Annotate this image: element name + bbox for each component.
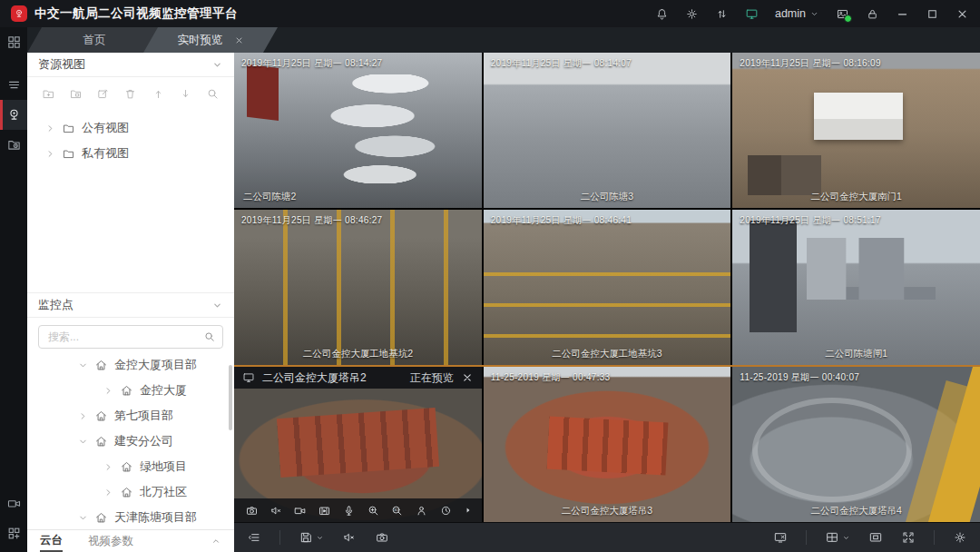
video-tile-2[interactable]: 2019年11月25日 星期一 08:14:07 二公司陈塘3 <box>484 53 731 208</box>
playback-icon[interactable] <box>0 130 27 160</box>
layout-select-button[interactable] <box>825 530 850 545</box>
add-layout-icon[interactable] <box>0 518 27 548</box>
camera-name-overlay: 二公司金控大厦工地基坑3 <box>484 348 731 360</box>
monitor-point-header[interactable]: 监控点 <box>27 293 234 318</box>
save-view-button[interactable] <box>299 530 324 545</box>
settings-icon[interactable] <box>953 530 967 545</box>
menu-icon[interactable] <box>0 70 27 100</box>
mute-icon[interactable] <box>270 504 283 518</box>
instant-playback-icon[interactable] <box>318 504 331 518</box>
video-tile-7-selected[interactable]: 二公司金控大厦塔吊2 正在预览 <box>234 367 482 522</box>
video-grid: 2019年11月25日 星期一 08:14:27 二公司陈塘2 2019年11月… <box>234 53 980 522</box>
search-icon[interactable] <box>206 87 220 101</box>
scale-icon[interactable] <box>868 530 883 545</box>
zoom-in-icon[interactable] <box>367 504 380 518</box>
tree-item-private-views[interactable]: 私有视图 <box>27 141 234 166</box>
timed-snapshot-icon[interactable] <box>439 504 453 518</box>
video-tile-4[interactable]: 2019年11月25日 星期一 08:46:27 二公司金控大厦工地基坑2 <box>234 210 482 365</box>
tree-item-site[interactable]: 金控大厦 <box>27 378 234 403</box>
chevron-right-icon[interactable] <box>45 149 55 159</box>
video-tile-3[interactable]: 2019年11月25日 星期一 08:16:09 二公司金控大厦南门1 <box>732 53 980 208</box>
tab-home[interactable]: 首页 <box>27 27 162 53</box>
chevron-right-icon[interactable] <box>45 123 55 133</box>
resource-view-header[interactable]: 资源视图 <box>27 53 234 77</box>
save-icon <box>299 530 313 545</box>
preset-icon[interactable] <box>415 504 428 518</box>
monitor-status-icon[interactable] <box>745 7 759 21</box>
zoom-3d-icon[interactable] <box>390 504 404 518</box>
tree-item-public-views[interactable]: 公有视图 <box>27 115 234 141</box>
tab-live-preview[interactable]: 实时预览 <box>143 27 278 53</box>
chevron-down-icon <box>211 300 223 311</box>
camera-name-overlay: 二公司陈塘3 <box>484 191 731 203</box>
move-down-icon[interactable] <box>179 87 192 101</box>
bell-icon[interactable] <box>655 7 669 21</box>
tab-video-params[interactable]: 视频参数 <box>88 530 133 552</box>
settings-icon[interactable] <box>685 7 699 21</box>
camera-name-overlay: 二公司陈塘闸1 <box>732 348 980 360</box>
close-all-icon[interactable] <box>773 530 788 545</box>
video-tile-6[interactable]: 2019年11月25日 星期一 08:51:17 二公司陈塘闸1 <box>732 210 980 365</box>
mic-icon[interactable] <box>342 504 356 518</box>
camera-name-overlay: 二公司金控大厦南门1 <box>732 191 980 203</box>
video-tile-1[interactable]: 2019年11月25日 星期一 08:14:27 二公司陈塘2 <box>234 53 482 208</box>
tree-item-label: 公有视图 <box>82 120 129 136</box>
add-group-icon[interactable] <box>42 87 55 101</box>
tab-ptz[interactable]: 云台 <box>40 530 63 552</box>
video-tile-9[interactable]: 11-25-2019 星期一 00:40:07 二公司金控大厦塔吊4 <box>732 367 980 522</box>
search-input[interactable] <box>38 325 223 349</box>
tree-item-site[interactable]: 金控大厦项目部 <box>27 352 234 378</box>
edit-icon[interactable] <box>96 87 110 101</box>
delete-icon[interactable] <box>123 87 137 101</box>
add-view-icon[interactable] <box>69 87 83 101</box>
tree-item-site[interactable]: 绿地项目 <box>27 454 234 479</box>
fullscreen-icon[interactable] <box>901 530 916 545</box>
bottom-toolbar-left <box>247 530 389 545</box>
video-wall-icon[interactable] <box>0 488 27 518</box>
chevron-right-icon[interactable] <box>103 462 113 472</box>
chevron-up-icon[interactable] <box>211 536 221 547</box>
chevron-right-icon[interactable] <box>78 411 88 421</box>
chevron-right-icon[interactable] <box>103 386 113 396</box>
lock-icon[interactable] <box>866 7 879 21</box>
video-tile-8[interactable]: 11-25-2019 星期一 00:47:33 二公司金控大厦塔吊3 <box>484 367 731 522</box>
tree-item-site[interactable]: 北万社区 <box>27 479 234 505</box>
snapshot-all-icon[interactable] <box>375 530 389 545</box>
tile-camera-title: 二公司金控大厦塔吊2 <box>262 370 367 386</box>
capture-status-icon[interactable] <box>836 7 849 21</box>
site-icon <box>94 409 108 423</box>
close-icon[interactable] <box>956 7 969 21</box>
username: admin <box>775 7 806 20</box>
record-icon[interactable] <box>293 504 307 518</box>
mute-all-icon[interactable] <box>342 530 357 545</box>
chevron-expanded-icon[interactable] <box>78 513 88 523</box>
minimize-icon[interactable] <box>896 7 909 21</box>
live-preview-icon[interactable] <box>0 100 27 130</box>
left-panel: 资源视图 公有视图 私有视图 监 <box>27 53 234 552</box>
stream-list-icon[interactable] <box>247 530 261 545</box>
move-up-icon[interactable] <box>152 87 165 101</box>
chevron-expanded-icon[interactable] <box>78 360 88 370</box>
user-menu[interactable]: admin <box>775 7 819 20</box>
divider <box>279 530 280 545</box>
close-tab-icon[interactable] <box>234 35 244 45</box>
sort-icon[interactable] <box>715 7 729 21</box>
bottom-toolbar <box>234 522 980 552</box>
site-icon <box>120 384 133 398</box>
snapshot-icon[interactable] <box>245 504 259 518</box>
scrollbar-thumb[interactable] <box>229 365 232 430</box>
video-tile-5[interactable]: 2019年11月25日 星期一 08:46:41 二公司金控大厦工地基坑3 <box>484 210 731 365</box>
chevron-expanded-icon[interactable] <box>78 437 88 447</box>
close-stream-icon[interactable] <box>461 371 474 384</box>
more-icon[interactable] <box>464 506 473 515</box>
tree-item-site[interactable]: 第七项目部 <box>27 403 234 429</box>
tree-item-site[interactable]: 建安分公司 <box>27 429 234 454</box>
timestamp-overlay: 2019年11月25日 星期一 08:51:17 <box>740 214 880 227</box>
preview-status: 正在预览 <box>410 370 454 386</box>
chevron-right-icon[interactable] <box>103 488 113 498</box>
selected-row-highlight <box>234 365 980 367</box>
maximize-icon[interactable] <box>926 7 939 21</box>
search-icon[interactable] <box>203 330 216 343</box>
tree-item-site[interactable]: 天津陈塘项目部 <box>27 505 234 530</box>
apps-grid-icon[interactable] <box>0 27 27 57</box>
